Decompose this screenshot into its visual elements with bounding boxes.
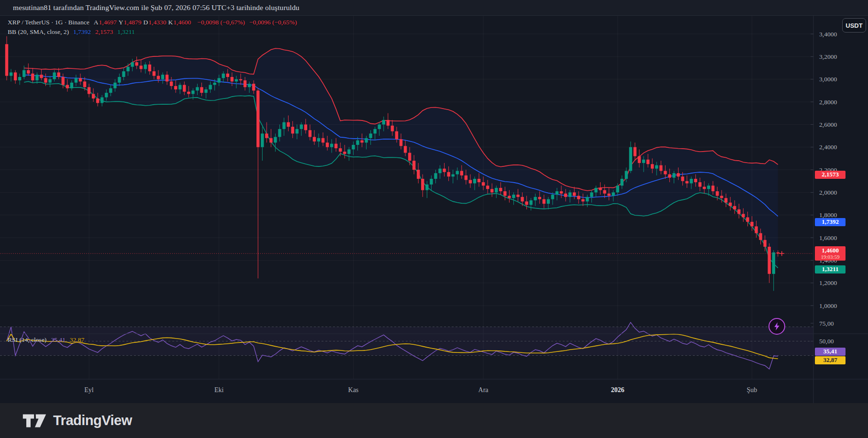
candle-body: [27, 70, 30, 74]
candle-body: [256, 90, 259, 147]
candle-body: [66, 85, 69, 88]
candle-body: [100, 98, 103, 103]
candle-body: [105, 93, 108, 97]
candle-body: [659, 165, 662, 171]
candle-body: [646, 160, 649, 164]
candle-body: [512, 195, 515, 198]
candle-body: [508, 196, 511, 198]
candle-body: [577, 196, 580, 199]
candle-body: [70, 83, 73, 88]
ohlc-item: Y1,4879: [119, 19, 142, 26]
candle-body: [10, 72, 12, 76]
rsi-label[interactable]: RSI (14, close): [8, 336, 46, 344]
candle-body: [551, 195, 554, 199]
time-axis-label[interactable]: Ara: [479, 386, 489, 394]
candle-body: [326, 142, 329, 147]
candle-body: [478, 179, 480, 182]
candle-body: [153, 71, 156, 76]
candle-body: [300, 124, 303, 129]
candle-body: [581, 199, 584, 202]
time-axis-label[interactable]: Eki: [214, 386, 224, 394]
candle-body: [44, 78, 47, 82]
candle-body: [482, 182, 485, 186]
price-axis-label: 3,0000: [819, 76, 837, 83]
candle-body: [347, 149, 350, 153]
time-axis-label[interactable]: 2026: [611, 386, 624, 394]
countdown-timer: 19:03:59: [821, 254, 839, 260]
candle-body: [425, 185, 428, 190]
tradingview-wordmark: TradingView: [53, 413, 132, 428]
price-chart-canvas[interactable]: 3,40003,20003,00002,80002,60002,40002,20…: [0, 16, 868, 403]
candle-body: [750, 222, 753, 226]
candle-body: [625, 171, 628, 179]
candle-body: [343, 152, 346, 154]
candle-body: [187, 92, 190, 94]
candle-body: [560, 191, 563, 194]
candle-body: [166, 75, 168, 81]
candle-body: [291, 127, 294, 133]
candle-body: [178, 85, 181, 89]
candle-body: [217, 78, 220, 82]
candle-body: [287, 122, 289, 127]
candle-body: [235, 79, 238, 82]
time-axis-label[interactable]: Şub: [747, 386, 757, 394]
rsi-value-badge: 35,41: [815, 348, 846, 356]
candle-body: [269, 138, 272, 142]
candle-body: [655, 165, 658, 169]
candle-body: [135, 62, 138, 66]
candle-body: [31, 74, 34, 80]
candle-body: [334, 144, 337, 148]
candle-body: [737, 209, 740, 214]
candle-body: [547, 199, 550, 204]
symbol-title[interactable]: XRP / TetherUS · 1G · Binance: [8, 19, 89, 26]
price-axis-label: 2,8000: [819, 99, 837, 106]
candle-body: [57, 72, 60, 77]
change-absolute: −0,0098 (−0,67%): [197, 19, 245, 26]
time-axis-label[interactable]: Kas: [348, 386, 359, 394]
price-axis-label: 3,4000: [819, 31, 837, 38]
candle-body: [443, 169, 445, 172]
price-axis-label: 1,2000: [819, 279, 837, 286]
candle-body: [22, 70, 25, 77]
candle-body: [252, 84, 255, 90]
candle-body: [703, 187, 706, 189]
candle-body: [451, 175, 454, 177]
candle-body: [772, 252, 775, 274]
candle-body: [664, 171, 667, 174]
candle-body: [763, 240, 766, 247]
candle-body: [607, 194, 610, 196]
tradingview-logo[interactable]: TradingView: [22, 411, 132, 430]
candle-body: [5, 44, 8, 76]
candle-body: [525, 201, 528, 205]
candle-body: [265, 133, 268, 138]
candle-body: [460, 171, 463, 175]
ohlc-values: A1,4697Y1,4879D1,4330K1,4600: [94, 19, 193, 26]
candle-body: [634, 147, 636, 156]
candle-body: [724, 198, 727, 202]
price-axis-label: 3,2000: [819, 53, 837, 60]
candle-body: [621, 179, 623, 186]
candle-body: [231, 77, 234, 81]
candle-body: [642, 160, 645, 163]
attribution-text: mesutinan81 tarafından TradingView.com i…: [13, 3, 300, 12]
candle-body: [200, 87, 203, 93]
last-price-badge: 1,460019:03:59: [815, 246, 846, 261]
quick-trade-button[interactable]: [768, 318, 785, 335]
rsi-axis-label: 75,00: [819, 320, 834, 327]
candle-body: [668, 175, 671, 178]
currency-toggle-button[interactable]: USDT: [842, 18, 866, 33]
bb-label[interactable]: BB (20, SMA, close, 2): [8, 28, 69, 36]
candle-body: [681, 176, 684, 181]
bb-legend: BB (20, SMA, close, 2) 1,7392 2,1573 1,3…: [8, 28, 135, 36]
change-percent: −0,0096 (−0,65%): [249, 19, 297, 26]
ohlc-item: A1,4697: [94, 19, 117, 26]
candle-body: [53, 72, 56, 79]
candle-body: [742, 214, 745, 217]
candle-body: [96, 99, 99, 103]
candle-body: [421, 179, 424, 190]
time-axis-label[interactable]: Eyl: [84, 386, 94, 394]
chart-area[interactable]: 3,40003,20003,00002,80002,60002,40002,20…: [0, 16, 868, 403]
candle-body: [603, 190, 606, 194]
candle-body: [196, 87, 199, 90]
candle-body: [495, 188, 498, 192]
